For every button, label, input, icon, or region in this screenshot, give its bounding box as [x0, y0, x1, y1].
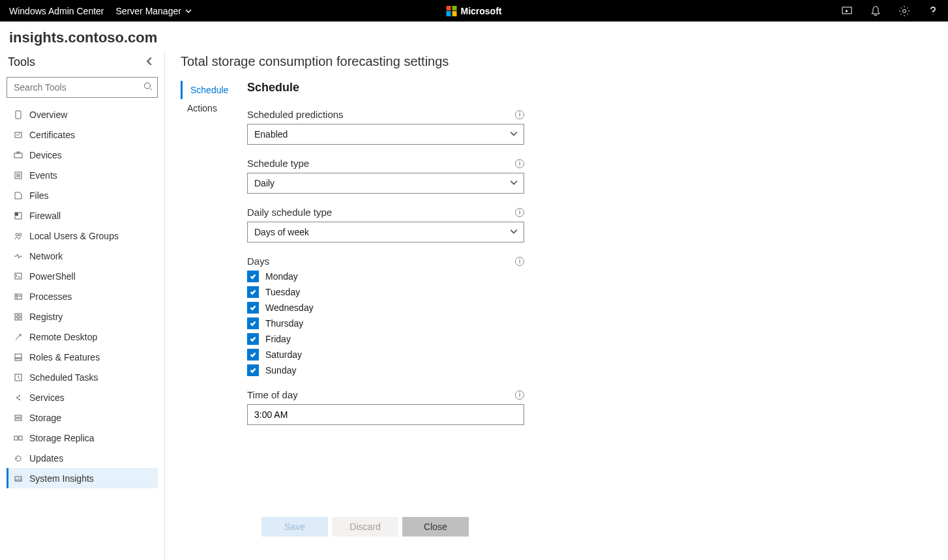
checkbox-checked-icon	[247, 349, 259, 361]
tab-schedule[interactable]: Schedule	[181, 81, 233, 99]
sidebar-item-label: Local Users & Groups	[29, 231, 119, 241]
services-icon	[13, 392, 23, 403]
sidebar-item-label: Storage Replica	[29, 433, 95, 443]
chevron-left-icon	[145, 57, 154, 66]
sidebar-item-remote-desktop[interactable]: Remote Desktop	[7, 327, 158, 347]
svg-rect-14	[15, 314, 18, 316]
sidebar-item-label: Certificates	[29, 130, 75, 140]
notifications-icon[interactable]	[870, 5, 881, 17]
schedule-type-value: Daily	[254, 178, 274, 188]
microsoft-label: Microsoft	[461, 6, 502, 16]
brand-label[interactable]: Windows Admin Center	[9, 6, 104, 16]
day-checkbox-monday[interactable]: Monday	[247, 271, 524, 282]
info-icon[interactable]: i	[515, 159, 524, 168]
info-icon[interactable]: i	[515, 110, 524, 119]
info-icon[interactable]: i	[515, 208, 524, 217]
day-checkbox-thursday[interactable]: Thursday	[247, 317, 524, 329]
svg-rect-27	[19, 436, 22, 440]
close-button[interactable]: Close	[402, 517, 469, 537]
day-checkbox-tuesday[interactable]: Tuesday	[247, 286, 524, 298]
days-checkbox-group: MondayTuesdayWednesdayThursdayFridaySatu…	[247, 271, 524, 376]
tab-actions[interactable]: Actions	[181, 99, 233, 117]
checkbox-checked-icon	[247, 333, 259, 345]
day-checkbox-wednesday[interactable]: Wednesday	[247, 302, 524, 314]
daily-schedule-type-label: Daily schedule type	[247, 207, 332, 218]
svg-rect-3	[16, 111, 21, 119]
collapse-sidebar-button[interactable]	[142, 54, 156, 70]
day-label: Sunday	[265, 365, 296, 376]
server-manager-dropdown[interactable]: Server Manager	[116, 6, 192, 16]
microsoft-logo-block: Microsoft	[447, 6, 502, 16]
sidebar-item-roles-features[interactable]: Roles & Features	[7, 347, 158, 367]
info-icon[interactable]: i	[515, 391, 524, 400]
sidebar-item-label: PowerShell	[29, 271, 76, 282]
sidebar-item-powershell[interactable]: PowerShell	[7, 266, 158, 286]
tools-search-input[interactable]	[7, 77, 158, 98]
svg-point-10	[16, 233, 18, 236]
sidebar-item-label: Registry	[29, 312, 63, 322]
sidebar-item-devices[interactable]: Devices	[7, 145, 158, 165]
schedule-type-select[interactable]: Daily	[247, 173, 524, 194]
svg-rect-6	[17, 152, 20, 153]
storage-replica-icon	[13, 433, 23, 443]
sidebar-item-firewall[interactable]: Firewall	[7, 205, 158, 226]
svg-rect-26	[14, 436, 18, 440]
day-label: Friday	[265, 334, 291, 344]
sidebar-item-label: Network	[29, 251, 63, 261]
daily-schedule-type-select[interactable]: Days of week	[247, 222, 524, 243]
sidebar-item-local-users-groups[interactable]: Local Users & Groups	[7, 226, 158, 246]
host-row: insights.contoso.com	[0, 22, 948, 52]
sidebar-item-services[interactable]: Services	[7, 387, 158, 407]
checkbox-checked-icon	[247, 317, 259, 329]
footer-button-bar: Save Discard Close	[195, 517, 469, 537]
sidebar-item-storage[interactable]: Storage	[7, 407, 158, 428]
sidebar-item-scheduled-tasks[interactable]: Scheduled Tasks	[7, 367, 158, 387]
save-button[interactable]: Save	[261, 517, 328, 537]
sidebar-item-storage-replica[interactable]: Storage Replica	[7, 428, 158, 448]
day-checkbox-saturday[interactable]: Saturday	[247, 349, 524, 361]
sidebar-item-label: Devices	[29, 150, 62, 160]
sidebar-item-processes[interactable]: Processes	[7, 286, 158, 306]
sidebar-item-label: Storage	[29, 413, 61, 423]
scheduled-predictions-select[interactable]: Enabled	[247, 124, 524, 145]
chevron-down-icon	[185, 6, 192, 16]
remote-desktop-icon	[13, 332, 23, 342]
day-label: Tuesday	[265, 287, 300, 297]
checkbox-checked-icon	[247, 286, 259, 298]
sidebar-item-registry[interactable]: Registry	[7, 306, 158, 327]
schedule-type-label: Schedule type	[247, 158, 309, 169]
day-checkbox-friday[interactable]: Friday	[247, 333, 524, 345]
checkbox-checked-icon	[247, 271, 259, 282]
time-of-day-input[interactable]	[247, 404, 524, 425]
sidebar-item-system-insights[interactable]: System Insights	[7, 468, 158, 488]
page-title: Total storage consumption forecasting se…	[181, 54, 932, 69]
processes-icon	[13, 291, 23, 302]
info-icon[interactable]: i	[515, 257, 524, 266]
svg-point-1	[903, 9, 906, 12]
sidebar-item-label: Events	[29, 170, 57, 181]
sidebar-item-network[interactable]: Network	[7, 246, 158, 266]
svg-rect-9	[15, 213, 18, 216]
day-label: Monday	[265, 271, 298, 282]
sidebar-item-label: Services	[29, 392, 65, 403]
storage-icon	[13, 413, 23, 423]
local-users-groups-icon	[13, 231, 23, 241]
sidebar-item-updates[interactable]: Updates	[7, 448, 158, 468]
sidebar-item-events[interactable]: Events	[7, 165, 158, 185]
svg-rect-24	[15, 415, 22, 417]
sidebar-item-label: Scheduled Tasks	[29, 372, 98, 383]
help-icon[interactable]	[927, 5, 939, 17]
svg-rect-19	[15, 359, 22, 361]
day-checkbox-sunday[interactable]: Sunday	[247, 364, 524, 376]
sidebar-item-overview[interactable]: Overview	[7, 104, 158, 125]
sidebar-item-label: Remote Desktop	[29, 332, 97, 342]
presentation-icon[interactable]	[841, 5, 853, 17]
sidebar-item-certificates[interactable]: Certificates	[7, 125, 158, 145]
discard-button[interactable]: Discard	[332, 517, 398, 537]
sidebar-item-files[interactable]: Files	[7, 185, 158, 205]
sidebar-item-label: Roles & Features	[29, 352, 100, 362]
svg-rect-25	[15, 419, 22, 420]
firewall-icon	[13, 211, 23, 221]
settings-tabs: Schedule Actions	[181, 81, 233, 438]
settings-gear-icon[interactable]	[898, 5, 910, 17]
